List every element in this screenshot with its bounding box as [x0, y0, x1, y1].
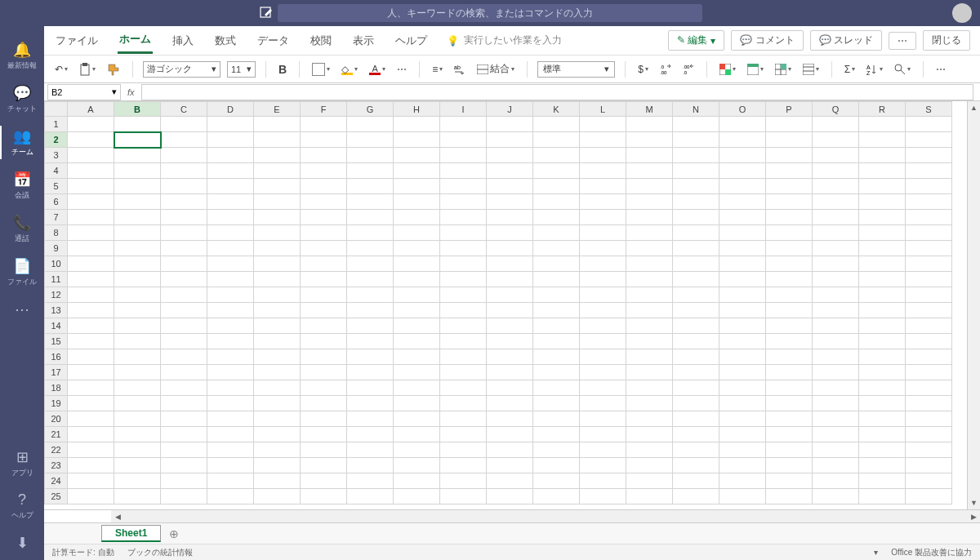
cell-Q11[interactable]	[813, 272, 859, 287]
cell-B7[interactable]	[114, 210, 161, 225]
cell-I19[interactable]	[440, 396, 487, 411]
cell-D18[interactable]	[207, 380, 254, 396]
cell-N22[interactable]	[673, 442, 719, 458]
cell-M20[interactable]	[626, 411, 673, 427]
row-header-16[interactable]: 16	[45, 349, 68, 365]
cell-F1[interactable]	[301, 117, 347, 132]
cell-G16[interactable]	[347, 349, 394, 365]
cell-P10[interactable]	[766, 256, 813, 272]
cell-F10[interactable]	[301, 256, 347, 272]
format-table-button[interactable]: ▾	[745, 62, 766, 77]
cell-Q1[interactable]	[813, 117, 859, 132]
cell-O5[interactable]	[719, 179, 766, 194]
cell-R6[interactable]	[859, 194, 906, 210]
cell-Q7[interactable]	[813, 210, 859, 225]
cell-H1[interactable]	[394, 117, 440, 132]
cell-F3[interactable]	[301, 148, 347, 163]
cell-L24[interactable]	[580, 473, 626, 489]
cell-O8[interactable]	[719, 225, 766, 241]
cell-J9[interactable]	[487, 241, 533, 256]
cell-O11[interactable]	[719, 272, 766, 287]
cell-F20[interactable]	[301, 411, 347, 427]
cell-E5[interactable]	[254, 179, 301, 194]
cell-H8[interactable]	[394, 225, 440, 241]
cell-N19[interactable]	[673, 396, 719, 411]
col-header-D[interactable]: D	[207, 102, 254, 117]
cell-C25[interactable]	[161, 489, 207, 504]
cell-R19[interactable]	[859, 396, 906, 411]
wrap-text-button[interactable]: ab	[452, 62, 468, 77]
cell-P13[interactable]	[766, 303, 813, 318]
cell-D17[interactable]	[207, 365, 254, 380]
row-header-20[interactable]: 20	[45, 411, 68, 427]
cell-B24[interactable]	[114, 473, 161, 489]
borders-button[interactable]: ▾	[310, 61, 332, 78]
cell-S24[interactable]	[906, 473, 952, 489]
cell-J19[interactable]	[487, 396, 533, 411]
cell-Q8[interactable]	[813, 225, 859, 241]
cell-D9[interactable]	[207, 241, 254, 256]
row-header-25[interactable]: 25	[45, 489, 68, 504]
cell-L3[interactable]	[580, 148, 626, 163]
cell-N17[interactable]	[673, 365, 719, 380]
cell-N9[interactable]	[673, 241, 719, 256]
cell-J10[interactable]	[487, 256, 533, 272]
cell-A2[interactable]	[68, 132, 114, 148]
thread-button[interactable]: 💬 スレッド	[810, 30, 882, 51]
cell-S10[interactable]	[906, 256, 952, 272]
row-header-14[interactable]: 14	[45, 318, 68, 334]
cell-C5[interactable]	[161, 179, 207, 194]
cell-E23[interactable]	[254, 458, 301, 473]
cell-M5[interactable]	[626, 179, 673, 194]
row-header-7[interactable]: 7	[45, 210, 68, 225]
cell-F22[interactable]	[301, 442, 347, 458]
cell-G25[interactable]	[347, 489, 394, 504]
clipboard-button[interactable]: ▾	[77, 61, 98, 78]
row-header-3[interactable]: 3	[45, 148, 68, 163]
sort-filter-button[interactable]: AZ▾	[864, 62, 885, 77]
cell-G20[interactable]	[347, 411, 394, 427]
cell-G10[interactable]	[347, 256, 394, 272]
cell-R22[interactable]	[859, 442, 906, 458]
cell-S8[interactable]	[906, 225, 952, 241]
cell-E16[interactable]	[254, 349, 301, 365]
row-header-17[interactable]: 17	[45, 365, 68, 380]
cell-I3[interactable]	[440, 148, 487, 163]
col-header-O[interactable]: O	[719, 102, 766, 117]
cell-P14[interactable]	[766, 318, 813, 334]
cell-O16[interactable]	[719, 349, 766, 365]
cell-L16[interactable]	[580, 349, 626, 365]
col-header-G[interactable]: G	[347, 102, 394, 117]
cell-K18[interactable]	[533, 380, 580, 396]
cell-M24[interactable]	[626, 473, 673, 489]
cell-H18[interactable]	[394, 380, 440, 396]
cell-S21[interactable]	[906, 427, 952, 442]
cell-B10[interactable]	[114, 256, 161, 272]
cell-C8[interactable]	[161, 225, 207, 241]
cell-D23[interactable]	[207, 458, 254, 473]
cell-E15[interactable]	[254, 334, 301, 349]
row-header-18[interactable]: 18	[45, 380, 68, 396]
cell-O17[interactable]	[719, 365, 766, 380]
cell-C22[interactable]	[161, 442, 207, 458]
cell-R23[interactable]	[859, 458, 906, 473]
cell-H10[interactable]	[394, 256, 440, 272]
cell-J8[interactable]	[487, 225, 533, 241]
cell-D8[interactable]	[207, 225, 254, 241]
cell-D15[interactable]	[207, 334, 254, 349]
cell-S19[interactable]	[906, 396, 952, 411]
cell-G21[interactable]	[347, 427, 394, 442]
cell-I8[interactable]	[440, 225, 487, 241]
scroll-down-button[interactable]: ▼	[968, 496, 980, 509]
cell-P24[interactable]	[766, 473, 813, 489]
cell-A7[interactable]	[68, 210, 114, 225]
tab-データ[interactable]: データ	[256, 29, 291, 53]
cell-P2[interactable]	[766, 132, 813, 148]
cell-L11[interactable]	[580, 272, 626, 287]
cell-O1[interactable]	[719, 117, 766, 132]
cell-L22[interactable]	[580, 442, 626, 458]
cell-G22[interactable]	[347, 442, 394, 458]
cell-K1[interactable]	[533, 117, 580, 132]
cell-O18[interactable]	[719, 380, 766, 396]
cell-Q6[interactable]	[813, 194, 859, 210]
